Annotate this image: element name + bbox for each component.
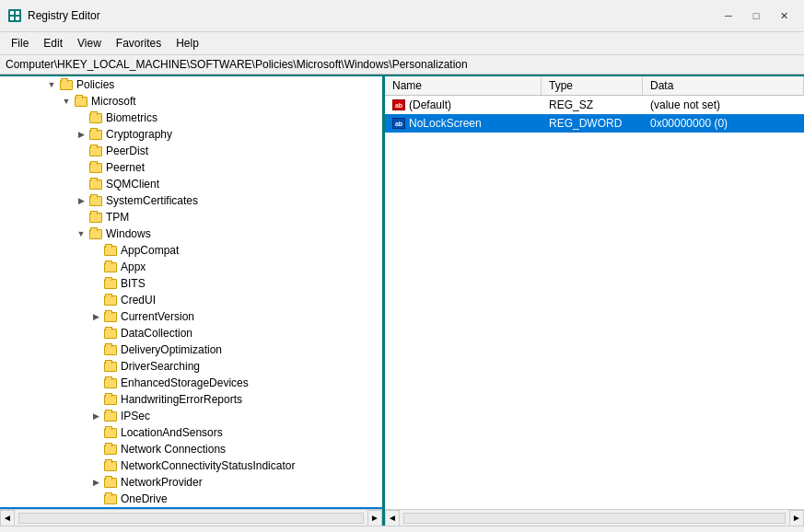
tree-item-credui[interactable]: ▶ CredUI xyxy=(0,292,382,308)
sz-icon-default: ab xyxy=(392,99,405,110)
cell-type-nolockscreen: REG_DWORD xyxy=(542,115,643,132)
col-header-name[interactable]: Name xyxy=(385,76,542,95)
tree-item-policies[interactable]: ▼ Policies xyxy=(0,76,382,93)
label-nolockscreen: NoLockScreen xyxy=(409,117,482,130)
tree-label-biometrics: Biometrics xyxy=(106,111,157,124)
address-bar: Computer\HKEY_LOCAL_MACHINE\SOFTWARE\Pol… xyxy=(0,55,804,75)
tree-label-systemcerts: SystemCertificates xyxy=(106,194,198,207)
menu-favorites[interactable]: Favorites xyxy=(109,34,169,52)
tree-hscroll[interactable]: ◄ ► xyxy=(0,509,382,526)
folder-icon-tpm xyxy=(88,211,103,224)
tree-label-datacollection: DataCollection xyxy=(121,327,192,340)
hscroll-track[interactable] xyxy=(18,513,364,524)
tree-item-networkprovider[interactable]: ▶ NetworkProvider xyxy=(0,474,382,491)
tree-label-driversearching: DriverSearching xyxy=(121,360,200,373)
tree-label-enhancedstoragedevices: EnhancedStorageDevices xyxy=(121,376,249,389)
tree-item-handwritingerrorreports[interactable]: ▶ HandwritingErrorReports xyxy=(0,391,382,408)
tree-item-microsoft[interactable]: ▼ Microsoft xyxy=(0,93,382,110)
maximize-button[interactable]: □ xyxy=(743,6,769,26)
menu-view[interactable]: View xyxy=(70,34,109,52)
folder-icon-policies xyxy=(59,78,74,91)
title-bar: Registry Editor ─ □ ✕ xyxy=(0,0,804,32)
tree-label-handwritingerrorreports: HandwritingErrorReports xyxy=(121,393,242,406)
tree-pane: ▼ Policies ▼ Microsoft ▶ xyxy=(0,76,385,526)
tree-label-networkprovider: NetworkProvider xyxy=(121,476,203,489)
folder-icon-datacollection xyxy=(103,327,118,340)
tree-label-networkconnections: Network Connections xyxy=(121,443,226,456)
tree-label-windows: Windows xyxy=(106,227,151,240)
cell-data-default: (value not set) xyxy=(643,97,804,113)
tree-label-ipsec: IPSec xyxy=(121,410,150,422)
svg-rect-3 xyxy=(10,17,14,20)
tree-item-windows[interactable]: ▼ Windows xyxy=(0,226,382,242)
hscroll-left-btn[interactable]: ◄ xyxy=(0,510,15,526)
minimize-button[interactable]: ─ xyxy=(716,6,741,26)
app-title: Registry Editor xyxy=(28,9,100,22)
tree-item-driversearching[interactable]: ▶ DriverSearching xyxy=(0,358,382,375)
right-hscroll[interactable]: ◄ ► xyxy=(385,509,804,526)
expand-ipsec[interactable]: ▶ xyxy=(88,411,103,421)
right-hscroll-right-btn[interactable]: ► xyxy=(789,510,804,526)
tree-item-cryptography[interactable]: ▶ Cryptography xyxy=(0,126,382,143)
tree-label-peerdist: PeerDist xyxy=(106,145,148,157)
tree-label-tpm: TPM xyxy=(106,211,129,224)
tree-item-peerdist[interactable]: ▶ PeerDist xyxy=(0,143,382,159)
col-header-type[interactable]: Type xyxy=(542,76,643,95)
tree-item-ipsec[interactable]: ▶ IPSec xyxy=(0,408,382,424)
expand-currentversion[interactable]: ▶ xyxy=(88,312,103,321)
folder-icon-peernet xyxy=(88,161,103,174)
tree-item-enhancedstoragedevices[interactable]: ▶ EnhancedStorageDevices xyxy=(0,375,382,391)
tree-item-datacollection[interactable]: ▶ DataCollection xyxy=(0,325,382,341)
folder-icon-biometrics xyxy=(88,111,103,124)
tree-item-systemcerts[interactable]: ▶ SystemCertificates xyxy=(0,192,382,209)
folder-icon-ipsec xyxy=(103,410,118,422)
menu-edit[interactable]: Edit xyxy=(36,34,70,52)
folder-icon-bits xyxy=(103,277,118,290)
folder-icon-peerdist xyxy=(88,145,103,157)
expand-policies[interactable]: ▼ xyxy=(44,80,59,89)
tree-item-appx[interactable]: ▶ Appx xyxy=(0,259,382,275)
tree-label-appx: Appx xyxy=(121,260,146,273)
tree-item-biometrics[interactable]: ▶ Biometrics xyxy=(0,110,382,126)
tree-item-networkconnections[interactable]: ▶ Network Connections xyxy=(0,441,382,457)
address-path[interactable]: Computer\HKEY_LOCAL_MACHINE\SOFTWARE\Pol… xyxy=(6,58,798,71)
tree-item-sqmclient[interactable]: ▶ SQMClient xyxy=(0,176,382,192)
tree-item-networkconnectivitystatusindicator[interactable]: ▶ NetworkConnectivityStatusIndicator xyxy=(0,457,382,474)
folder-icon-sqmclient xyxy=(88,178,103,191)
list-row-default[interactable]: ab (Default) REG_SZ (value not set) xyxy=(385,96,804,114)
right-hscroll-left-btn[interactable]: ◄ xyxy=(385,510,400,526)
menu-help[interactable]: Help xyxy=(169,34,206,52)
app-icon xyxy=(7,8,22,23)
folder-icon-networkconnectivitystatusindicator xyxy=(103,459,118,472)
tree-item-peernet[interactable]: ▶ Peernet xyxy=(0,159,382,176)
expand-systemcerts[interactable]: ▶ xyxy=(74,196,88,205)
folder-icon-enhancedstoragedevices xyxy=(103,376,118,389)
tree-item-locationandsensors[interactable]: ▶ LocationAndSensors xyxy=(0,424,382,441)
expand-networkprovider[interactable]: ▶ xyxy=(88,478,103,487)
tree-item-bits[interactable]: ▶ BITS xyxy=(0,275,382,292)
tree-label-cryptography: Cryptography xyxy=(106,128,172,141)
tree-item-deliveryoptimization[interactable]: ▶ DeliveryOptimization xyxy=(0,341,382,358)
cell-name-default: ab (Default) xyxy=(385,97,542,113)
hscroll-right-btn[interactable]: ► xyxy=(367,510,382,526)
tree-item-currentversion[interactable]: ▶ CurrentVersion xyxy=(0,308,382,325)
folder-icon-windows xyxy=(88,227,103,240)
close-button[interactable]: ✕ xyxy=(771,6,797,26)
tree-item-appcompat[interactable]: ▶ AppCompat xyxy=(0,242,382,259)
tree-item-tpm[interactable]: ▶ TPM xyxy=(0,209,382,226)
expand-windows[interactable]: ▼ xyxy=(74,229,88,238)
expand-cryptography[interactable]: ▶ xyxy=(74,130,88,139)
folder-icon-credui xyxy=(103,294,118,306)
expand-microsoft[interactable]: ▼ xyxy=(59,97,74,106)
tree-item-onedrive[interactable]: ▶ OneDrive xyxy=(0,491,382,507)
right-hscroll-track[interactable] xyxy=(403,513,786,524)
cell-name-nolockscreen: ab NoLockScreen xyxy=(385,115,542,132)
right-pane: Name Type Data ab (Default) REG_SZ (valu… xyxy=(385,76,804,526)
folder-icon-driversearching xyxy=(103,360,118,373)
folder-icon-locationandsensors xyxy=(103,426,118,439)
list-area[interactable]: ab (Default) REG_SZ (value not set) ab N… xyxy=(385,96,804,509)
tree-scroll[interactable]: ▼ Policies ▼ Microsoft ▶ xyxy=(0,76,382,509)
menu-file[interactable]: File xyxy=(4,34,36,52)
col-header-data[interactable]: Data xyxy=(643,76,804,95)
list-row-nolockscreen[interactable]: ab NoLockScreen REG_DWORD 0x00000000 (0) xyxy=(385,114,804,133)
